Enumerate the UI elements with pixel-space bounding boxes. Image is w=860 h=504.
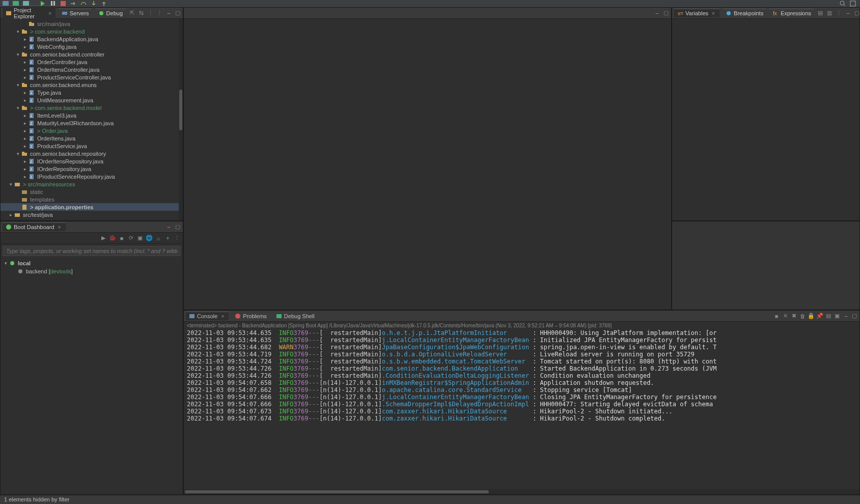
view-menu-icon[interactable]: ⋮ [836, 10, 842, 16]
terminate-icon[interactable]: ■ [773, 313, 780, 319]
layout-icon[interactable]: ▤ [817, 10, 823, 16]
debug-stop-icon[interactable] [60, 1, 68, 7]
twisty-icon[interactable]: ▸ [8, 212, 14, 217]
twisty-icon[interactable]: ▸ [22, 60, 28, 65]
tree-node[interactable]: ▸JUnitMeasurement.java [1, 96, 183, 104]
tree-node[interactable]: ▸JType.java [1, 89, 183, 96]
open-console-icon[interactable]: ▣ [137, 235, 143, 241]
tree-node[interactable]: ▾> com.senior.backend.model [1, 104, 183, 111]
tab-variables[interactable]: x= Variables × [674, 9, 719, 17]
twisty-icon[interactable]: ▾ [15, 82, 21, 88]
close-icon[interactable]: × [219, 313, 226, 319]
boot-app-item[interactable]: backend [devtools] [3, 267, 181, 275]
twisty-icon[interactable]: ▾ [15, 105, 21, 110]
twisty-icon[interactable]: ▸ [22, 166, 28, 172]
minimize-icon[interactable]: ‒ [843, 313, 849, 319]
project-tree[interactable]: src/main/java▾> com.senior.backend▸JBack… [1, 19, 183, 220]
twisty-icon[interactable]: ▸ [22, 121, 28, 126]
close-icon[interactable]: × [47, 10, 52, 16]
start-icon[interactable]: ▶ [100, 235, 106, 241]
scroll-lock-icon[interactable]: 🔒 [808, 313, 814, 319]
tree-node[interactable]: ▸JOrderItens.java [1, 134, 183, 142]
twisty-icon[interactable]: ▸ [22, 113, 28, 118]
twisty-icon[interactable]: ▸ [22, 75, 28, 80]
tree-node[interactable]: ▸JIOrderRepository.java [1, 165, 183, 173]
console-output[interactable]: 2022-11-03 09:53:44.635 INFO 3769 --- [ … [184, 329, 859, 488]
step-into-icon[interactable] [91, 1, 99, 7]
twisty-icon[interactable]: ▸ [22, 67, 28, 72]
close-icon[interactable]: × [57, 224, 63, 230]
boot-filter-input[interactable] [3, 246, 181, 256]
collapse-all-icon[interactable]: ⇱ [129, 10, 135, 16]
step-return-icon[interactable] [101, 1, 109, 7]
tree-node[interactable]: ▸J> Order.java [1, 127, 183, 134]
add-icon[interactable]: ＋ [164, 235, 171, 241]
stop-icon[interactable]: ■ [119, 235, 125, 241]
tree-node[interactable]: static [1, 188, 183, 195]
remove-launch-icon[interactable]: ✕ [782, 313, 788, 319]
tree-node[interactable]: templates [1, 195, 183, 203]
perspective-icon[interactable] [850, 1, 858, 7]
tab-problems[interactable]: Problems [232, 312, 269, 320]
tree-node[interactable]: ▸JProductService.java [1, 142, 183, 150]
twisty-icon[interactable]: ▸ [22, 128, 28, 133]
maximize-icon[interactable]: ▢ [175, 224, 181, 230]
horizontal-scrollbar[interactable] [184, 489, 859, 494]
tree-node[interactable]: ▾com.senior.backend.repository [1, 150, 183, 157]
tree-node[interactable]: ▾> com.senior.backend [1, 27, 183, 35]
minimize-icon[interactable]: ‒ [165, 224, 172, 230]
tab-boot-dashboard[interactable]: Boot Dashboard × [3, 222, 66, 231]
open-browser-icon[interactable]: 🌐 [146, 235, 152, 241]
display-selected-icon[interactable]: ▤ [825, 313, 831, 319]
link-editor-icon[interactable]: ⇆ [138, 10, 144, 16]
tree-node[interactable]: ▾> src/main/resources [1, 180, 183, 188]
tree-node[interactable]: ▸JBackendApplication.java [1, 35, 183, 43]
twisty-icon[interactable]: ▸ [22, 37, 28, 42]
tree-node[interactable]: src/main/java [1, 20, 183, 27]
twisty-icon[interactable]: ▸ [22, 174, 28, 179]
tree-node[interactable]: ▸JIOrderItensRepository.java [1, 157, 183, 165]
view-menu-icon[interactable]: ⋮ [174, 235, 180, 241]
tree-node[interactable]: ▸JItemLevel3.java [1, 111, 183, 119]
tree-node[interactable]: ▸JOrderItensController.java [1, 66, 183, 73]
view-menu-icon[interactable]: ⋮ [156, 10, 162, 16]
layout-icon[interactable]: ▥ [826, 10, 833, 16]
main-toolbar[interactable] [0, 0, 860, 7]
step-icon[interactable] [70, 1, 78, 7]
minimize-icon[interactable]: ‒ [165, 10, 172, 16]
tab-debug[interactable]: Debug [95, 9, 126, 17]
tree-node[interactable]: > application.properties [1, 203, 183, 211]
twisty-icon[interactable]: ▸ [22, 90, 28, 95]
tab-console[interactable]: Console × [186, 312, 229, 320]
step-over-icon[interactable] [80, 1, 89, 7]
maximize-icon[interactable]: ▢ [175, 10, 181, 16]
twisty-icon[interactable]: ▸ [22, 98, 28, 103]
tab-expressions[interactable]: fx Expressions [769, 9, 814, 17]
tree-node[interactable]: ▸JOrderController.java [1, 58, 183, 66]
clear-console-icon[interactable]: 🗑 [799, 313, 806, 319]
tree-node[interactable]: ▸JMaturityLevel3Richardson.java [1, 119, 183, 127]
twisty-icon[interactable]: ▸ [22, 159, 28, 164]
tab-breakpoints[interactable]: Breakpoints [723, 9, 766, 17]
debug-icon[interactable]: 🐞 [109, 235, 116, 241]
minimize-icon[interactable]: ‒ [654, 10, 660, 16]
remove-all-icon[interactable]: ✖ [791, 313, 797, 319]
scrollbar[interactable] [179, 19, 183, 220]
tab-servers[interactable]: Servers [59, 9, 92, 17]
minimize-icon[interactable]: ‒ [845, 10, 851, 16]
search-icon[interactable] [840, 1, 848, 7]
open-console-icon[interactable]: ▣ [834, 313, 840, 319]
close-icon[interactable]: × [710, 10, 716, 16]
tree-node[interactable]: ▾com.senior.backend.controller [1, 50, 183, 58]
filter-icon[interactable]: ⌕ [155, 235, 161, 241]
twisty-icon[interactable]: ▾ [15, 151, 21, 156]
tree-node[interactable]: ▸src/test/java [1, 211, 183, 218]
tab-project-explorer[interactable]: Project Explorer × [3, 6, 56, 20]
tree-node[interactable]: ▸JWebConfig.java [1, 43, 183, 50]
tree-node[interactable]: ▸JRE System Library [JavaSE-17] [1, 218, 183, 220]
maximize-icon[interactable]: ▢ [663, 10, 669, 16]
boot-local-group[interactable]: ▾ local [3, 259, 181, 267]
restart-icon[interactable]: ⟳ [128, 235, 134, 241]
tree-node[interactable]: ▸JIProductServiceRepository.java [1, 173, 183, 180]
pin-console-icon[interactable]: 📌 [817, 313, 823, 319]
